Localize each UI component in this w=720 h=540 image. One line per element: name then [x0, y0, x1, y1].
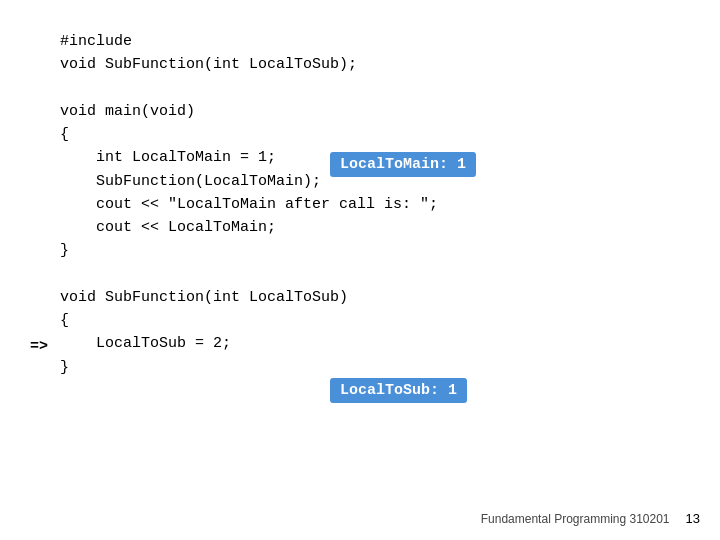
code-line-13: { — [60, 312, 69, 329]
code-line-4: void main(void) — [60, 103, 195, 120]
code-line-6: int LocalToMain = 1; — [60, 149, 276, 166]
code-line-10: } — [60, 242, 69, 259]
code-line-9: cout << LocalToMain; — [60, 219, 276, 236]
tooltip-localToMain: LocalToMain: 1 — [330, 152, 476, 177]
code-line-5: { — [60, 126, 69, 143]
code-line-12: void SubFunction(int LocalToSub) — [60, 289, 348, 306]
tooltip-localToSub: LocalToSub: 1 — [330, 378, 467, 403]
code-line-15: } — [60, 359, 69, 376]
footer: Fundamental Programming 310201 13 — [481, 511, 700, 526]
code-line-1: #include — [60, 33, 141, 50]
footer-course: Fundamental Programming 310201 — [481, 512, 670, 526]
footer-page: 13 — [686, 511, 700, 526]
arrow-indicator: => — [30, 338, 48, 355]
code-line-7: SubFunction(LocalToMain); — [60, 173, 321, 190]
code-line-14: LocalToSub = 2; — [60, 335, 231, 352]
code-block: #include void SubFunction(int LocalToSub… — [60, 30, 438, 379]
code-line-2: void SubFunction(int LocalToSub); — [60, 56, 357, 73]
code-line-8: cout << "LocalToMain after call is: "; — [60, 196, 438, 213]
